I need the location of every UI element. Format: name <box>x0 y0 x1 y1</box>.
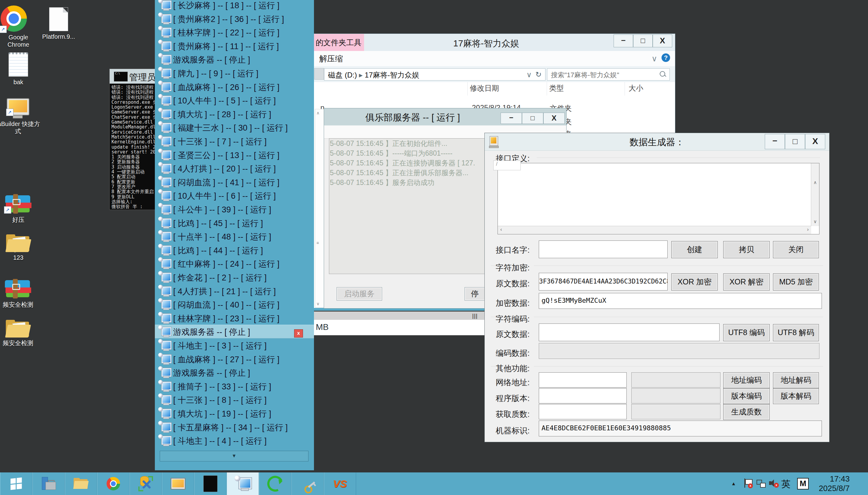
server-list-item[interactable]: [ 闷胡血流 ] -- [ 41 ] -- [ 运行 ] <box>155 175 314 189</box>
minimize-button[interactable]: – <box>501 113 522 124</box>
search-box[interactable]: 搜索"17麻将-智力众娱" <box>547 68 670 81</box>
server-list-item[interactable]: 游戏服务器 -- [ 停止 ] <box>155 52 314 66</box>
generator-title-bar[interactable]: 数据生成器： – □ X <box>485 133 829 151</box>
taskbar-db-tool[interactable] <box>130 473 162 495</box>
desktop-icon-platform[interactable]: Platform.9... <box>37 7 80 40</box>
nav-pane-scrollbar[interactable]: ∧ ≡ ∨ <box>315 109 324 308</box>
server-list-item[interactable]: [ 填大坑 ] -- [ 28 ] -- [ 运行 ] <box>155 107 314 121</box>
interface-definition-textarea[interactable]: ∧ ∨ ‹ › <box>498 163 819 234</box>
encrypted-data-field[interactable]: gQ!sE3MMyBeMZCuX <box>539 293 822 309</box>
taskbar-game-server-active[interactable] <box>227 473 259 495</box>
server-list-item[interactable]: 游戏服务器 -- [ 停止 ] <box>155 365 314 379</box>
scroll-right-icon[interactable]: › <box>807 226 809 233</box>
horizontal-scrollbar[interactable]: ‹ › <box>498 226 811 234</box>
server-list-item[interactable]: [ 闷胡血流 ] -- [ 40 ] -- [ 运行 ] <box>155 297 314 311</box>
server-list-item[interactable]: [ 血战麻将 ] -- [ 27 ] -- [ 运行 ] <box>155 352 314 366</box>
taskbar-clock[interactable]: 17:43 2025/8/7 <box>819 474 850 493</box>
taskbar-cmd[interactable] <box>194 473 227 495</box>
server-list-item[interactable]: [ 十三张 ] -- [ 7 ] -- [ 运行 ] <box>155 134 314 148</box>
scroll-up-icon[interactable]: ∧ <box>316 110 320 115</box>
ribbon-tab-extract[interactable]: 解压缩 <box>319 53 343 64</box>
prime-input[interactable] <box>539 404 627 419</box>
prime-result[interactable] <box>631 404 720 419</box>
column-header-size[interactable]: 大小 <box>629 83 643 93</box>
utf8-decode-button[interactable]: UTF8 解码 <box>773 324 819 341</box>
server-list-item[interactable]: [ 牌九 ] -- [ 9 ] -- [ 运行 ] <box>155 66 314 80</box>
desktop-icon-security-folder[interactable]: D 频安全检测 <box>0 320 41 347</box>
server-list-item[interactable]: [ 10人牛牛 ] -- [ 5 ] -- [ 运行 ] <box>155 93 314 107</box>
taskbar-key-tool[interactable] <box>291 473 324 495</box>
taskbar-data-builder[interactable] <box>162 473 194 495</box>
minimize-button[interactable]: – <box>614 34 633 47</box>
address-encode-button[interactable]: 地址编码 <box>723 372 770 388</box>
start-service-button[interactable]: 启动服务 <box>337 287 382 301</box>
version-decode-button[interactable]: 版本解码 <box>773 388 819 404</box>
scroll-left-icon[interactable]: ‹ <box>500 226 502 233</box>
encoded-data-field[interactable] <box>539 343 819 359</box>
desktop-icon-databuilder[interactable]: ↗ taBuilder 快捷方式 <box>0 98 41 135</box>
server-list-item[interactable]: [ 贵州麻将2 ] -- [ 36 ] -- [ 运行 ] <box>155 12 314 25</box>
volume-muted-icon[interactable]: x <box>769 479 778 495</box>
address-dropdown-icon[interactable]: ∨ <box>526 70 532 79</box>
start-button[interactable] <box>0 473 32 495</box>
address-bar[interactable]: 磁盘 (D:) ▸ 17麻将-智力众娱 ∨ ↻ <box>324 68 546 81</box>
nav-button-stub[interactable] <box>314 68 324 80</box>
server-list-item[interactable]: [ 圣贤三公 ] -- [ 13 ] -- [ 运行 ] <box>155 148 314 162</box>
close-button[interactable]: X <box>543 113 565 124</box>
desktop-icon-bak[interactable]: bak <box>0 52 37 86</box>
network-icon[interactable] <box>756 479 766 495</box>
xor-decrypt-button[interactable]: XOR 解密 <box>723 273 770 291</box>
server-list-item[interactable]: [ 卡五星麻将 ] -- [ 34 ] -- [ 运行 ] <box>155 420 314 434</box>
create-button[interactable]: 创建 <box>671 241 718 258</box>
scroll-down-icon[interactable]: ∨ <box>316 301 320 306</box>
encode-plain-input[interactable] <box>539 324 720 341</box>
scroll-grip[interactable]: ≡ <box>316 240 319 245</box>
address-decode-button[interactable]: 地址解码 <box>773 372 819 388</box>
club-title-bar[interactable]: 俱乐部服务器 -- [ 运行 ] – □ X <box>324 108 566 125</box>
vertical-scrollbar[interactable]: ∧ ∨ <box>811 163 819 226</box>
close-item-button[interactable]: x <box>294 329 303 338</box>
md5-encrypt-button[interactable]: MD5 加密 <box>773 273 819 291</box>
copy-button[interactable]: 拷贝 <box>723 241 770 258</box>
desktop-icon-security-archive[interactable]: 频安全检测 <box>0 280 41 308</box>
taskbar-server-manager[interactable] <box>32 473 65 495</box>
desktop-icon-google-chrome[interactable]: ↗ Google Chrome <box>0 5 37 48</box>
server-list-item[interactable]: [ 斗地主 ] -- [ 4 ] -- [ 运行 ] <box>155 434 314 447</box>
maximize-button[interactable]: □ <box>633 34 653 47</box>
pane-grip-icon[interactable]: ||| <box>472 313 478 319</box>
explorer-title-bar[interactable]: 的文件夹工具 17麻将-智力众娱 – □ X <box>310 34 675 51</box>
server-list-item[interactable]: [ 比鸡 ] -- [ 45 ] -- [ 运行 ] <box>155 216 314 230</box>
server-list-item[interactable]: [ 填大坑 ] -- [ 19 ] -- [ 运行 ] <box>155 407 314 420</box>
server-list-item[interactable]: [ 斗公牛 ] -- [ 39 ] -- [ 运行 ] <box>155 202 314 216</box>
taskbar-chrome[interactable] <box>97 473 130 495</box>
server-list-item[interactable]: [ 炸金花 ] -- [ 2 ] -- [ 运行 ] <box>155 270 314 284</box>
refresh-icon[interactable]: ↻ <box>535 70 541 79</box>
interface-name-input[interactable] <box>539 240 668 258</box>
close-button[interactable]: X <box>805 134 825 149</box>
server-list-item[interactable]: [ 血战麻将 ] -- [ 26 ] -- [ 运行 ] <box>155 80 314 94</box>
close-button[interactable]: X <box>653 34 672 47</box>
taskbar-visual-studio[interactable]: VS <box>324 473 356 495</box>
generate-prime-button[interactable]: 生成质数 <box>723 404 770 420</box>
taskbar-update-tool[interactable] <box>259 473 291 495</box>
ime-mode-icon[interactable]: M <box>797 478 809 490</box>
server-list-item[interactable]: [ 长沙麻将 ] -- [ 18 ] -- [ 运行 ] <box>155 0 314 12</box>
scroll-down-icon[interactable]: ∨ <box>811 219 819 224</box>
minimize-button[interactable]: – <box>765 134 785 149</box>
version-encode-button[interactable]: 版本编码 <box>723 388 770 404</box>
tray-expand-icon[interactable]: ▲ <box>731 481 736 487</box>
server-list-item[interactable]: [ 红中麻将 ] -- [ 24 ] -- [ 运行 ] <box>155 257 314 270</box>
server-list-item[interactable]: [ 贵州麻将 ] -- [ 11 ] -- [ 运行 ] <box>155 39 314 53</box>
help-icon[interactable]: ? <box>662 53 670 62</box>
net-address-input[interactable] <box>539 372 627 388</box>
server-list-item[interactable]: [ 福建十三水 ] -- [ 30 ] -- [ 运行 ] <box>155 121 314 134</box>
action-center-icon[interactable]: x <box>744 479 752 495</box>
version-input[interactable] <box>539 388 627 404</box>
explorer-tool-tab[interactable]: 的文件夹工具 <box>313 34 364 51</box>
maximize-button[interactable]: □ <box>522 113 543 124</box>
server-list-item[interactable]: [ 推筒子 ] -- [ 33 ] -- [ 运行 ] <box>155 379 314 393</box>
desktop-icon-haozip[interactable]: ↗ 好压 <box>0 195 37 223</box>
server-list-item[interactable]: [ 4人打拱 ] -- [ 20 ] -- [ 运行 ] <box>155 161 314 175</box>
list-scroll-down-button[interactable]: ▼ <box>160 451 308 461</box>
server-list-item[interactable]: [ 桂林字牌 ] -- [ 22 ] -- [ 运行 ] <box>155 25 314 39</box>
